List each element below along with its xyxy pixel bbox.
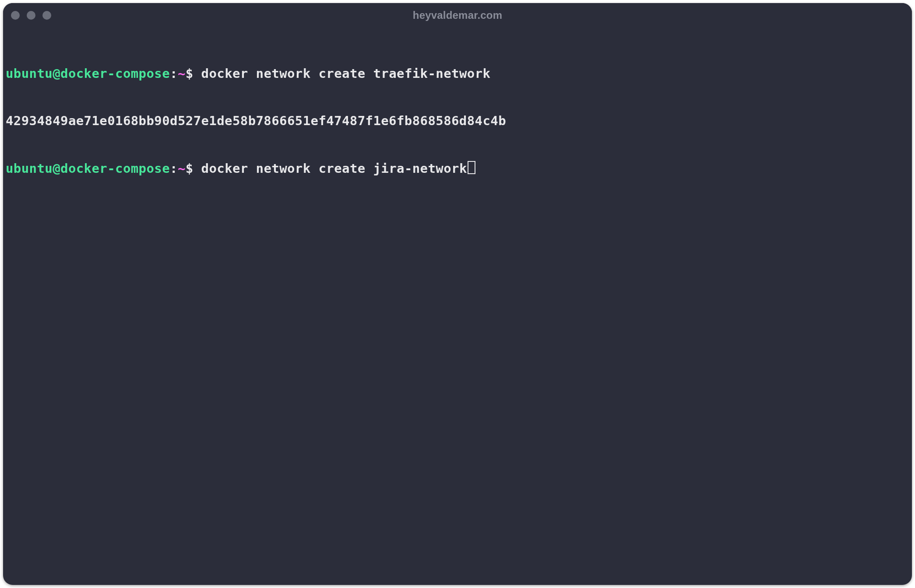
prompt-sigil: $ <box>186 161 194 176</box>
close-icon[interactable] <box>11 11 20 20</box>
prompt-path: ~ <box>178 66 186 81</box>
prompt-user-host: ubuntu@docker-compose <box>6 66 170 81</box>
window-controls <box>11 11 51 20</box>
window-title: heyvaldemar.com <box>3 9 912 22</box>
minimize-icon[interactable] <box>27 11 35 20</box>
prompt-user-host: ubuntu@docker-compose <box>6 161 170 176</box>
terminal-window: heyvaldemar.com ubuntu@docker-compose:~$… <box>3 3 912 585</box>
command-text: docker network create traefik-network <box>194 66 491 81</box>
terminal-output: 42934849ae71e0168bb90d527e1de58b7866651e… <box>6 113 909 129</box>
prompt-sigil: $ <box>186 66 194 81</box>
prompt-sep: : <box>170 161 178 176</box>
terminal-line: ubuntu@docker-compose:~$ docker network … <box>6 161 909 176</box>
prompt-path: ~ <box>178 161 186 176</box>
zoom-icon[interactable] <box>42 11 51 20</box>
cursor-icon <box>468 161 475 174</box>
command-text: docker network create jira-network <box>194 161 467 176</box>
prompt-sep: : <box>170 66 178 81</box>
titlebar: heyvaldemar.com <box>3 3 912 28</box>
terminal-line: ubuntu@docker-compose:~$ docker network … <box>6 66 909 81</box>
terminal-body[interactable]: ubuntu@docker-compose:~$ docker network … <box>3 28 912 211</box>
